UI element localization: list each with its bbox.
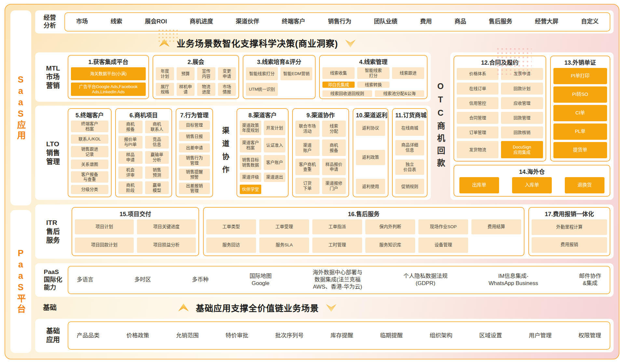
base-banner-title: 基础应用支撑全价值链业务场景 — [196, 302, 319, 314]
chip: 竞品 信息 — [145, 136, 169, 149]
base-app-item: 允销范围 — [176, 332, 199, 339]
chip: 入库单 — [512, 177, 552, 193]
base-app-item: 库存提醒 — [331, 332, 353, 339]
chip: 分级分类 — [71, 185, 108, 194]
itr-service-panel: ITR 售后 服务 15.项目交付 项目计划项目关键进度项目回款计划项目损益分析… — [35, 204, 614, 258]
paas-capability-item: 国际地图 Google — [250, 273, 272, 287]
chip: 返利协议 — [356, 121, 385, 136]
chip: 渠道政策 年度规划 — [240, 121, 261, 135]
chip: 认证准入 — [264, 138, 285, 152]
chip: 商机 报备 — [118, 121, 142, 133]
box-items: 海关数据平台(小满)广告平台Google Ads,Facebook Ads,Li… — [71, 67, 146, 96]
box-title: 5.终端客户 — [71, 110, 108, 121]
chip: 回款管理 — [501, 112, 543, 124]
chip: 出库单 — [459, 177, 499, 193]
chip: 应收管理 — [501, 97, 543, 109]
paas-group-label: PaaS平台 — [15, 248, 27, 315]
box-items: 返利协议返利政策返利使用 — [356, 121, 385, 194]
chip: 项目回款计划 — [75, 238, 134, 253]
box-ordering-mall: 11.订货商城 在线商城商品详细 信息独立 价目表促销规则 — [392, 108, 427, 197]
channel-collab-divider: 渠道协作 — [217, 108, 233, 197]
chip: 渠道 账户 — [295, 139, 319, 156]
box-lead-nurturing-scoring: 3.线索培育&评分 智能线索打分智能EDM营销UTM统一识别 — [243, 55, 316, 99]
chip: 预算 — [177, 67, 195, 80]
left-sidebar: SaaS应用 PaaS平台 — [10, 10, 31, 353]
chip: 商机 报备 — [322, 139, 346, 156]
chip: 工单指派 — [312, 219, 362, 234]
box-end-customers: 5.终端客户 终端客户 档案联系人/KOL销售跟进 记录关系谱图客户报备 与查重… — [68, 108, 112, 197]
paas-capability-item: 个人隐私数据法规 (GDPR) — [403, 273, 448, 287]
chip: 渠道评级 — [240, 173, 261, 182]
box-items: 工单类型工单受理工单指派保内外判断现场作业SOP费用结算服务回访服务SLA工时管… — [206, 219, 521, 253]
saas-group-label: SaaS应用 — [15, 75, 27, 141]
box-title: 14.海外仓 — [457, 166, 607, 177]
box-title: 4.线索管理 — [322, 56, 424, 67]
chip: 价格体系 — [457, 68, 498, 80]
otc-label: OTC商机回款 — [435, 82, 446, 171]
chip: 外勤里程计算 — [532, 219, 607, 235]
chip: 商机 阶段 — [118, 181, 142, 194]
chip: 线索 分配 — [322, 121, 346, 137]
base-apps-label: 基础 应用 — [38, 321, 68, 350]
box-items: 目标管理销售日报出差申请销售行为 管理销售提醒 预警出差报销 管理 — [179, 121, 210, 194]
paas-capability-item: 多时区 — [134, 276, 151, 283]
box-title: 3.线索培育&评分 — [246, 56, 312, 67]
channel-collab-label: 渠道协作 — [220, 127, 230, 179]
base-app-item: 用户管理 — [529, 332, 551, 339]
box-title: 11.订货商城 — [395, 110, 424, 121]
analysis-tab: 线索 — [111, 18, 122, 25]
otc-divider: OTC商机回款 — [431, 52, 450, 200]
box-overseas-warehouse: 14.海外仓 出库单入库单退换货 — [454, 165, 610, 197]
box-items: 渠道政策 年度规划开发计划渠道客户 档案认证准入销售目标 销售数据客户账户渠道评… — [240, 121, 285, 194]
up-arrow-icon — [178, 304, 189, 312]
analysis-tab: 展会ROI — [145, 18, 167, 25]
chip: 项目计划 — [75, 219, 134, 234]
chip: 市场 情报 — [218, 83, 236, 96]
box-items: 在线商城商品详细 信息独立 价目表促销规则 — [395, 121, 424, 194]
box-items: 智能线索打分智能EDM营销UTM统一识别 — [246, 67, 312, 96]
box-export-documents: 13.外销单证 PI单打印PI转SOCI单PL单提货单 — [550, 56, 610, 162]
chip: 联系人/KOL — [71, 135, 108, 144]
chip: 出差申请 — [179, 143, 210, 152]
chip: 渠道退出 — [264, 173, 285, 182]
mtl-marketing-panel: MTL 市场 营销 1.获客集成平台 海关数据平台(小满)广告平台Google … — [35, 52, 431, 102]
chip: 销售跟进 记录 — [71, 146, 108, 158]
box-opportunity-projects: 6.商机项目 商机 报备商机 联系人报价单 与PI单竞品 信息样品 申请赢输单 … — [115, 108, 172, 197]
decorative-dots-gold — [157, 29, 178, 44]
chip: 展厅 规格 — [156, 83, 174, 96]
chip: 在线订单 — [457, 83, 498, 95]
analysis-tab: 渠道伙伴 — [236, 18, 259, 25]
box-expense-reimbursement: 17.费用报销一体化 外勤里程计算费用报销 — [528, 207, 610, 256]
box-items: 联合市场 活动线索 分配渠道 账户商机 报备客户商机 查重样品报价 申请订货 下… — [295, 121, 346, 194]
chip: 样机申 请 — [177, 83, 195, 96]
box-items: 商机 报备商机 联系人报价单 与PI单竞品 信息样品 申请赢输单 分析机会 评审… — [118, 121, 169, 194]
chip: 商品详细 信息 — [395, 140, 424, 155]
chip: 合同管理 — [457, 112, 498, 124]
chip: 费用报销 — [532, 237, 607, 253]
base-app-item: 批次序列号 — [275, 332, 304, 339]
chip: 渠道报修 门户 — [322, 178, 346, 194]
chip: 报价单 与PI单 — [118, 136, 142, 149]
chip: 订单管理 — [457, 126, 498, 138]
contract-docs-row: 12.合同及履约 价格体系发票申请在线订单回款计划信用管控应收管理合同管理回款管… — [454, 56, 610, 162]
chip: 设备管理 — [418, 238, 468, 253]
chip: 出差报销 管理 — [179, 183, 210, 194]
box-items: 价格体系发票申请在线订单回款计划信用管控应收管理合同管理回款管理订单管理回款核销… — [457, 68, 543, 158]
chip: 开发计划 — [264, 121, 285, 135]
box-channel-rebates: 10.渠道返利 返利协议返利政策返利使用 — [353, 108, 388, 197]
chip: 返利使用 — [356, 179, 385, 194]
chip: 机会 评审 — [118, 166, 142, 179]
chip: 工单受理 — [259, 219, 309, 234]
chip: 线索回收退回规则 — [322, 90, 372, 97]
chip: 回款计划 — [501, 83, 543, 95]
chip: PI单打印 — [553, 68, 607, 84]
paas-capability-item: IM信息集成- WhatsApp Business — [489, 273, 538, 287]
chip: 退换货 — [565, 177, 604, 193]
box-items: 出库单入库单退换货 — [457, 177, 607, 193]
decorative-dots-pink — [496, 47, 532, 75]
base-app-item: 价格政策 — [126, 332, 149, 339]
chip: 样品 申请 — [118, 151, 142, 164]
paas-capabilities: 多语言多时区多币种国际地图 Google海外数据中心部署与 数据集成(法兰克福 … — [68, 266, 610, 294]
chip: CI单 — [553, 105, 607, 121]
chip: 服务SLA — [259, 238, 309, 253]
